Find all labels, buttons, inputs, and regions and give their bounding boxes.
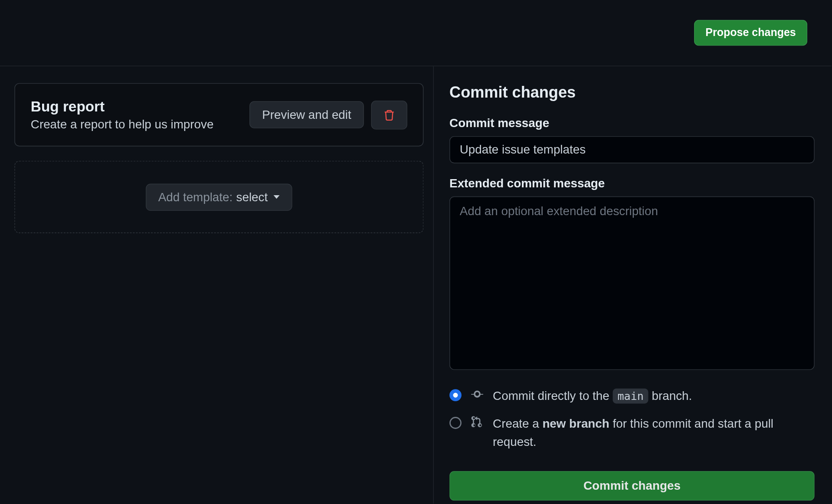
template-title: Bug report <box>31 98 214 115</box>
commit-heading: Commit changes <box>449 83 815 102</box>
template-card: Bug report Create a report to help us im… <box>14 83 423 147</box>
template-description: Create a report to help us improve <box>31 118 214 131</box>
extended-description-textarea[interactable] <box>449 196 815 370</box>
chevron-down-icon <box>274 195 280 199</box>
trash-icon <box>383 108 395 121</box>
commit-direct-text: Commit directly to the main branch. <box>493 387 815 405</box>
commit-new-branch-radio[interactable] <box>449 417 462 429</box>
commit-changes-button[interactable]: Commit changes <box>449 471 815 501</box>
propose-changes-button[interactable]: Propose changes <box>694 20 807 46</box>
commit-direct-radio[interactable] <box>449 389 462 401</box>
templates-panel: Bug report Create a report to help us im… <box>0 66 434 504</box>
extended-message-label: Extended commit message <box>449 177 815 190</box>
commit-new-branch-option[interactable]: Create a new branch for this commit and … <box>449 415 815 451</box>
git-commit-icon <box>471 388 483 400</box>
preview-edit-button[interactable]: Preview and edit <box>249 101 364 128</box>
add-template-select[interactable]: Add template: select <box>146 183 292 211</box>
commit-message-input[interactable] <box>449 136 815 164</box>
add-template-box: Add template: select <box>14 161 423 233</box>
delete-template-button[interactable] <box>371 100 407 129</box>
git-pull-request-icon <box>471 416 483 428</box>
commit-panel: Commit changes Commit message Extended c… <box>434 66 832 504</box>
add-template-value: select <box>236 190 268 204</box>
add-template-prefix: Add template: <box>158 190 233 204</box>
commit-new-branch-text: Create a new branch for this commit and … <box>493 415 815 451</box>
commit-message-label: Commit message <box>449 116 815 130</box>
topbar: Propose changes <box>0 0 832 66</box>
commit-direct-option[interactable]: Commit directly to the main branch. <box>449 387 815 405</box>
template-info: Bug report Create a report to help us im… <box>31 98 214 131</box>
